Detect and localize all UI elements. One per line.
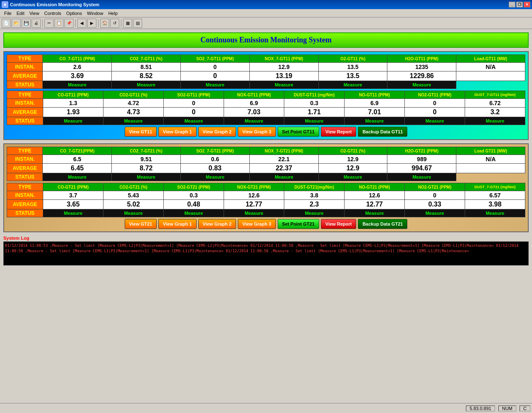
gt21-view-btn[interactable]: View GT21 (125, 219, 157, 229)
gt11-average-row-1: AVERAGE 3.69 8.52 0 13.19 13.5 1229.86 (7, 71, 525, 81)
gt21-b-status-6: Measure (345, 209, 405, 217)
gt21-top-table: TYPE CO_7-GT21(PPM) CO2_7-GT21 (%) SO2_7… (7, 147, 525, 181)
close-button[interactable]: ✕ (524, 2, 530, 7)
gt11-b-instan-5: 0.3 (284, 99, 345, 108)
toolbar-paste[interactable]: 📌 (64, 19, 74, 28)
gt21-b-avg-7: 0.33 (405, 200, 465, 209)
menu-options[interactable]: Options (64, 10, 84, 17)
menu-edit[interactable]: Edit (14, 10, 27, 17)
gt11-b-col1-type: CO-GT11 (PPM) (43, 91, 103, 99)
gt11-status-label-1: STATUS (7, 81, 43, 89)
separator-3 (98, 19, 99, 27)
gt11-graph3-btn[interactable]: View Graph 3 (238, 127, 276, 137)
gt11-status-5: Measure (318, 81, 387, 89)
gt11-b-col8-type: DUST_7-GT11 (mg/Nm) (465, 91, 525, 99)
gt21-b-avg-5: 2.3 (284, 200, 345, 209)
toolbar-open[interactable]: 📂 (12, 19, 21, 28)
gt21-report-btn[interactable]: View Report (321, 219, 356, 229)
toolbar-print[interactable]: 🖨 (32, 19, 41, 28)
gt21-graph1-btn[interactable]: View Graph 1 (158, 219, 197, 229)
system-log: System Log 01/12/2014 11:00:53 ,Measure … (3, 236, 529, 266)
gt11-b-avg-4: 7.03 (224, 108, 284, 117)
gt11-view-btn[interactable]: View GT11 (125, 127, 157, 137)
gt21-bottom-table: TYPE CO-GT21 (PPM) CO2-GT21 (%) SO2-GT21… (7, 183, 525, 217)
gt21-instan-4: 22.1 (249, 155, 318, 164)
toolbar-refresh[interactable]: ↺ (110, 19, 119, 28)
gt11-b-avg-3: 0 (164, 108, 224, 117)
minimize-button[interactable]: _ (509, 2, 515, 7)
gt11-b-status-3: Measure (164, 117, 224, 125)
gt21-avg-5: 12.9 (318, 164, 387, 173)
statusbar-num: NUM (498, 406, 516, 411)
gt11-avg-3: 0 (181, 71, 250, 81)
gt11-report-btn[interactable]: View Report (321, 127, 356, 137)
gt11-avg-7 (456, 71, 525, 81)
gt11-instan-5: 13.5 (318, 63, 387, 71)
toolbar-cut[interactable]: ✂ (44, 19, 54, 28)
gt11-b-avg-7: 0 (405, 108, 465, 117)
toolbar-home[interactable]: 🏠 (100, 19, 109, 28)
gt21-b-instan-8: 6.57 (465, 191, 525, 200)
gt11-graph1-btn[interactable]: View Graph 1 (158, 127, 197, 137)
menu-help[interactable]: Help (106, 10, 120, 17)
gt11-b-avg-2: 4.73 (103, 108, 164, 117)
gt11-top-table: TYPE CO_7-GT11 (PPM) CO2_7-GT11 (%) SO2_… (7, 54, 525, 89)
gt21-avg-3: 0.83 (181, 164, 250, 173)
gt11-b-avg-8: 3.2 (465, 108, 525, 117)
menu-window[interactable]: Window (84, 10, 106, 17)
gt21-graph2-btn[interactable]: View Graph 2 (198, 219, 236, 229)
title-banner: Continuous Emission Monitoring System (3, 32, 529, 48)
statusbar: 5.83.0.891 NUM C (0, 403, 532, 413)
gt21-status-label-2: STATUS (7, 209, 43, 217)
gt11-type-row-2: TYPE CO-GT11 (PPM) CO2-GT11 (%) SO2-GT11… (7, 91, 525, 99)
gt11-b-status-1: Measure (43, 117, 103, 125)
gt11-status-2: Measure (112, 81, 181, 89)
gt21-graph3-btn[interactable]: View Graph 3 (238, 219, 276, 229)
menu-controls[interactable]: Controls (42, 10, 64, 17)
gt11-average-row-2: AVERAGE 1.93 4.73 0 7.03 1.71 7.01 0 3.2 (7, 108, 525, 117)
gt21-b-col3-type: SO2-GT21 (PPM) (164, 183, 224, 191)
gt21-type-label-1: TYPE (7, 147, 43, 155)
gt11-avg-2: 8.52 (112, 71, 181, 81)
main-content: Continuous Emission Monitoring System TY… (0, 29, 532, 403)
gt11-b-avg-1: 1.93 (43, 108, 103, 117)
gt21-b-col7-type: NO2-GT21 (PPM) (405, 183, 465, 191)
separator-4 (121, 19, 121, 27)
gt11-bottom-table: TYPE CO-GT11 (PPM) CO2-GT11 (%) SO2-GT11… (7, 91, 525, 125)
window-title: Continuous Emission Monitoring System (10, 2, 99, 7)
toolbar-new[interactable]: 📄 (2, 19, 11, 28)
gt21-status-5: Measure (318, 173, 387, 181)
gt21-b-avg-3: 0.48 (164, 200, 224, 209)
system-log-content[interactable]: 01/12/2014 11:00:53 ,Measure - Set limit… (3, 241, 529, 266)
gt11-avg-label-2: AVERAGE (7, 108, 43, 117)
gt21-col3-type: SO2_7-GT21 (PPM) (181, 147, 250, 155)
menu-view[interactable]: View (27, 10, 42, 17)
toolbar-forward[interactable]: ▶ (87, 19, 96, 28)
gt11-status-row-1: STATUS Measure Measure Measure Measure M… (7, 81, 525, 89)
gt11-instan-7: N/A (456, 63, 525, 71)
toolbar-save[interactable]: 💾 (22, 19, 31, 28)
toolbar-grid1[interactable]: ▦ (123, 19, 132, 28)
gt11-graph2-btn[interactable]: View Graph 2 (198, 127, 236, 137)
toolbar-grid2[interactable]: ▤ (133, 19, 142, 28)
gt21-backup-btn[interactable]: Backup Data GT21 (358, 219, 407, 229)
gt21-setpoint-btn[interactable]: Set Point GT21 (278, 219, 319, 229)
window-controls[interactable]: _ ❐ ✕ (509, 2, 530, 7)
toolbar-back[interactable]: ◀ (77, 19, 86, 28)
gt11-setpoint-btn[interactable]: Set Point GT11 (278, 127, 319, 137)
toolbar-copy[interactable]: 📋 (54, 19, 64, 28)
gt11-instan-3: 0 (181, 63, 250, 71)
menu-file[interactable]: File (2, 10, 14, 17)
restore-button[interactable]: ❐ (516, 2, 523, 7)
gt21-col2-type: CO2_7-GT21 (%) (112, 147, 181, 155)
gt21-b-instan-6: 12.6 (345, 191, 405, 200)
gt11-instan-1: 2.6 (43, 63, 112, 71)
gt11-instan-label-2: INSTAN. (7, 99, 43, 108)
gt11-col7-type: Load-GT11 (MW) (456, 55, 525, 63)
gt21-b-avg-2: 5.02 (103, 200, 164, 209)
gt21-instan-label-2: INSTAN. (7, 191, 43, 200)
gt11-backup-btn[interactable]: Backup Data GT11 (358, 127, 407, 137)
gt11-button-row: View GT11 View Graph 1 View Graph 2 View… (7, 127, 525, 137)
gt21-status-label-1: STATUS (7, 173, 43, 181)
gt21-button-row: View GT21 View Graph 1 View Graph 2 View… (7, 219, 525, 229)
